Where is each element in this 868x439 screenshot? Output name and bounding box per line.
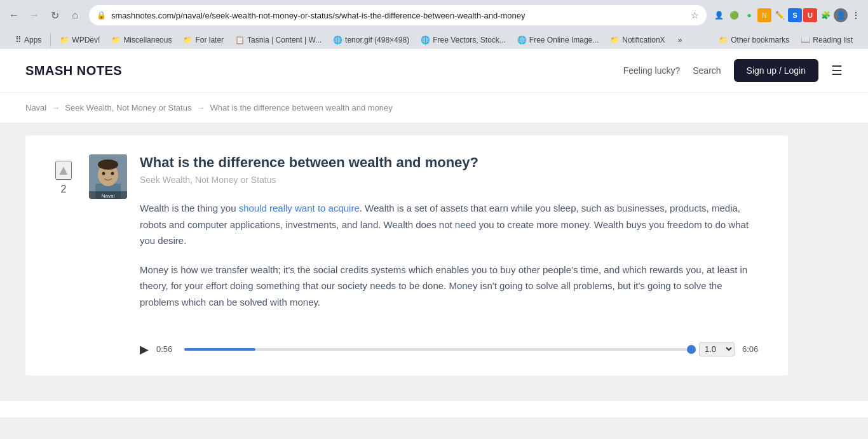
apps-label: Apps xyxy=(24,36,41,44)
bookmark-free-vectors[interactable]: 🌐 Free Vectors, Stock... xyxy=(416,34,511,46)
breadcrumb-seek-wealth[interactable]: Seek Wealth, Not Money or Status xyxy=(65,103,191,112)
extension-red-u[interactable]: U xyxy=(803,8,817,22)
other-bookmarks[interactable]: 📁 Other bookmarks xyxy=(714,34,794,46)
bookmark-label: WPDev! xyxy=(72,36,100,44)
star-icon[interactable]: ☆ xyxy=(691,10,699,20)
breadcrumb-sep-2: → xyxy=(196,103,205,112)
bookmark-label: Free Vectors, Stock... xyxy=(433,36,506,44)
avatar-section: Naval xyxy=(89,154,127,199)
post-paragraph-1: Wealth is the thing you should really wa… xyxy=(140,200,763,249)
apps-bookmark[interactable]: ⠿ Apps xyxy=(10,33,46,46)
folder-icon: 📁 xyxy=(183,36,193,44)
vote-count: 2 xyxy=(61,184,67,195)
bookmark-free-online[interactable]: 🌐 Free Online Image... xyxy=(512,34,604,46)
site-header: SMASH NOTES Feeling lucky? Search Sign u… xyxy=(0,49,868,93)
bookmarks-bar: ⠿ Apps 📁 WPDev! 📁 Miscellaneous 📁 For la… xyxy=(5,30,863,49)
folder-icon: 📁 xyxy=(610,36,620,44)
bookmark-label: Free Online Image... xyxy=(529,36,599,44)
breadcrumb-naval[interactable]: Naval xyxy=(25,103,46,112)
more-menu-btn[interactable]: ⋮ xyxy=(849,8,863,22)
extension-yellow[interactable]: N xyxy=(757,8,771,22)
svg-text:Naval: Naval xyxy=(102,193,115,199)
reading-icon: 📖 xyxy=(801,36,810,44)
globe-icon: 🌐 xyxy=(333,36,342,44)
bookmark-label: For later xyxy=(195,36,224,44)
breadcrumb: Naval → Seek Wealth, Not Money or Status… xyxy=(25,103,843,112)
lock-icon: 🔒 xyxy=(97,11,106,20)
more-icon: » xyxy=(678,36,682,44)
bookmark-label: Reading list xyxy=(813,36,853,44)
bookmark-label: NotificationX xyxy=(622,36,665,44)
doc-icon: 📋 xyxy=(235,36,245,44)
post-paragraph-2: Money is how we transfer wealth; it's th… xyxy=(140,262,763,311)
hamburger-menu-button[interactable]: ☰ xyxy=(831,63,843,78)
total-time: 6:06 xyxy=(742,344,763,354)
bookmark-miscellaneous[interactable]: 📁 Miscellaneous xyxy=(106,34,177,46)
progress-knob xyxy=(687,345,696,354)
home-button[interactable]: ⌂ xyxy=(66,6,84,24)
reload-button[interactable]: ↻ xyxy=(46,6,64,24)
avatar[interactable]: Naval xyxy=(89,154,127,199)
upvote-icon: ▲ xyxy=(57,162,71,178)
svg-point-4 xyxy=(102,172,105,175)
feeling-lucky-link[interactable]: Feeling lucky? xyxy=(623,65,681,76)
page-wrapper: SMASH NOTES Feeling lucky? Search Sign u… xyxy=(0,49,868,417)
extension-blue-s[interactable]: S xyxy=(788,8,802,22)
search-link[interactable]: Search xyxy=(693,65,721,76)
folder-icon: 📁 xyxy=(60,36,69,44)
bookmark-tenor[interactable]: 🌐 tenor.gif (498×498) xyxy=(328,34,414,46)
extension-pencil[interactable]: ✏️ xyxy=(773,8,787,22)
browser-chrome: ← → ↻ ⌂ 🔒 smashnotes.com/p/naval/e/seek-… xyxy=(0,0,868,49)
progress-bar[interactable] xyxy=(184,348,691,351)
extension-green2[interactable]: ● xyxy=(742,8,756,22)
post-content: What is the difference between wealth an… xyxy=(140,154,763,356)
globe-icon: 🌐 xyxy=(421,36,430,44)
signup-button[interactable]: Sign up / Login xyxy=(734,59,818,82)
extension-profile[interactable]: 👤 xyxy=(712,8,726,22)
bookmark-notificationx[interactable]: 📁 NotificationX xyxy=(605,34,670,46)
breadcrumb-wrapper: Naval → Seek Wealth, Not Money or Status… xyxy=(0,93,868,123)
reading-list[interactable]: 📖 Reading list xyxy=(796,34,858,46)
vote-up-button[interactable]: ▲ xyxy=(55,161,72,180)
folder-icon: 📁 xyxy=(719,36,728,44)
apps-grid-icon: ⠿ xyxy=(15,35,22,44)
hamburger-icon: ☰ xyxy=(831,64,843,78)
header-nav: Feeling lucky? Search Sign up / Login ☰ xyxy=(623,59,843,82)
post-subtitle: Seek Wealth, Not Money or Status xyxy=(140,175,763,185)
extension-green1[interactable]: 🟢 xyxy=(727,8,741,22)
svg-point-3 xyxy=(98,159,118,170)
folder-icon: 📁 xyxy=(111,36,121,44)
play-icon: ▶ xyxy=(140,343,149,356)
bookmark-label: Miscellaneous xyxy=(123,36,172,44)
post-title: What is the difference between wealth an… xyxy=(140,154,763,171)
forward-button[interactable]: → xyxy=(25,6,43,24)
bookmark-for-later[interactable]: 📁 For later xyxy=(178,34,229,46)
breadcrumb-current: What is the difference between wealth an… xyxy=(210,103,392,112)
address-bar[interactable]: 🔒 smashnotes.com/p/naval/e/seek-wealth-n… xyxy=(89,5,707,25)
current-time: 0:56 xyxy=(156,344,177,354)
back-button[interactable]: ← xyxy=(5,6,23,24)
svg-point-5 xyxy=(111,172,114,175)
post-row: ▲ 2 xyxy=(51,154,763,356)
audio-player: ▶ 0:56 0.5 0.75 1.0 1.25 xyxy=(140,329,763,356)
site-logo[interactable]: SMASH NOTES xyxy=(25,64,122,78)
bookmark-label: Tasnia | Content | W... xyxy=(247,36,322,44)
breadcrumb-sep-1: → xyxy=(51,103,60,112)
content-card: ▲ 2 xyxy=(25,135,788,375)
speed-select[interactable]: 0.5 0.75 1.0 1.25 1.5 2.0 xyxy=(699,342,735,356)
bookmark-tasnia[interactable]: 📋 Tasnia | Content | W... xyxy=(230,34,327,46)
browser-toolbar: ← → ↻ ⌂ 🔒 smashnotes.com/p/naval/e/seek-… xyxy=(5,5,863,25)
user-avatar[interactable]: 👤 xyxy=(834,8,848,22)
bookmark-wpdev[interactable]: 📁 WPDev! xyxy=(55,34,105,46)
vote-section: ▲ 2 xyxy=(51,154,76,195)
more-bookmarks-btn[interactable]: » xyxy=(673,34,688,46)
bookmark-label: Other bookmarks xyxy=(731,36,789,44)
bookmark-label: tenor.gif (498×498) xyxy=(345,36,409,44)
globe-icon: 🌐 xyxy=(517,36,527,44)
extension-puzzle[interactable]: 🧩 xyxy=(818,8,832,22)
main-content: ▲ 2 xyxy=(0,123,868,401)
url-text: smashnotes.com/p/naval/e/seek-wealth-not… xyxy=(111,11,686,20)
progress-fill xyxy=(184,348,255,351)
play-button[interactable]: ▶ xyxy=(140,342,149,356)
